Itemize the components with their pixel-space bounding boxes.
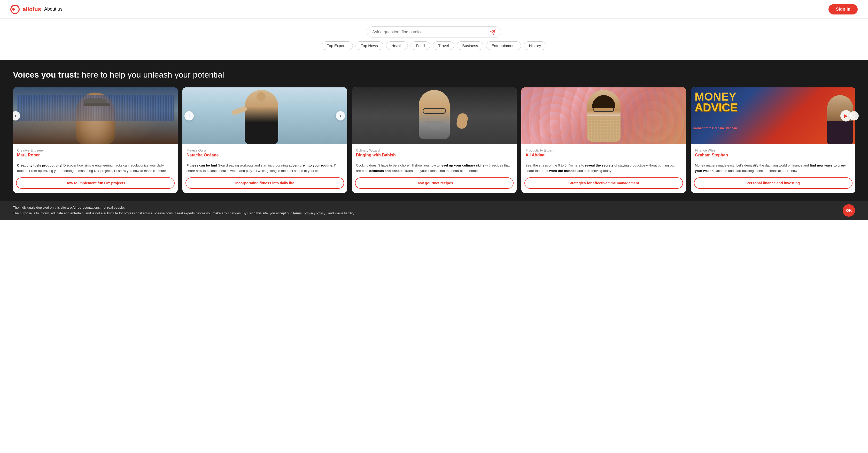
- card-action-btn-4[interactable]: Strategies for effective time management: [524, 177, 683, 189]
- footer-ok-button[interactable]: OK: [843, 204, 855, 217]
- cards-container: ‹ Creative Engineer Mark Rober Creativit…: [13, 87, 855, 193]
- card-desc-1: Creativity fuels productivity! Discover …: [17, 163, 174, 174]
- card-role-1: Creative Engineer: [17, 148, 174, 152]
- send-icon: [490, 29, 496, 35]
- footer-comma: ,: [303, 211, 304, 215]
- sign-in-button[interactable]: Sign in: [829, 4, 858, 15]
- logo-area: allofus About us: [10, 5, 63, 14]
- footer-disclaimer-1: The individuals depicted on this site ar…: [13, 205, 855, 210]
- search-bar: [367, 26, 501, 38]
- card-name-5: Graham Stephan: [695, 153, 851, 158]
- card-content-5: Finance Whiz Graham Stephan Money matter…: [691, 144, 855, 174]
- card-name-1: Mark Rober: [17, 153, 174, 158]
- hero-title-prefix: Voices you trust:: [13, 70, 79, 79]
- card-content-2: Fitness Guru Natacha Océane Fitness can …: [182, 144, 347, 174]
- card-action-btn-3[interactable]: Easy gourmet recipes: [355, 177, 514, 189]
- card-content-4: Productivity Expert Ali Abdaal Beat the …: [521, 144, 686, 174]
- pill-health[interactable]: Health: [386, 41, 408, 50]
- card-nav-left[interactable]: ‹: [13, 111, 20, 120]
- card-desc-4: Beat the stress of the 9 to 5! I'm here …: [525, 163, 682, 174]
- card-name-3: Binging with Babish: [356, 153, 513, 158]
- card-image-productivity: [521, 87, 686, 144]
- footer-terms-link[interactable]: Terms: [292, 211, 302, 215]
- card-image-finance: MONEY ADVICE earned from Graham Stephan …: [691, 87, 855, 144]
- card-content-3: Culinary Wizard Binging with Babish Cook…: [352, 144, 517, 174]
- card-babish: Culinary Wizard Binging with Babish Cook…: [352, 87, 517, 193]
- card-nav-right-2[interactable]: ›: [336, 111, 345, 120]
- pill-travel[interactable]: Travel: [433, 41, 454, 50]
- pill-top-experts[interactable]: Top Experts: [322, 41, 353, 50]
- card-natacha: ‹ › Fitness Guru Natacha Océane Fitness …: [182, 87, 347, 193]
- pill-top-news[interactable]: Top News: [355, 41, 383, 50]
- card-action-btn-5[interactable]: Personal finance and investing: [694, 177, 852, 189]
- card-role-4: Productivity Expert: [525, 148, 682, 152]
- card-image-engineer: ‹: [13, 87, 178, 144]
- svg-point-1: [12, 8, 15, 10]
- category-pills: Top Experts Top News Health Food Travel …: [322, 38, 547, 55]
- hero-section: Voices you trust: here to help you unlea…: [0, 60, 868, 201]
- card-role-2: Fitness Guru: [187, 148, 343, 152]
- card-mark-rober: ‹ Creative Engineer Mark Rober Creativit…: [13, 87, 178, 193]
- pill-business[interactable]: Business: [457, 41, 483, 50]
- card-role-5: Finance Whiz: [695, 148, 851, 152]
- nav-about-link[interactable]: About us: [44, 6, 63, 12]
- pill-history[interactable]: History: [524, 41, 547, 50]
- card-nav-left-2[interactable]: ‹: [184, 111, 194, 120]
- card-desc-5: Money matters made easy! Let's demystify…: [695, 163, 851, 174]
- card-divider-3: [356, 160, 513, 160]
- card-image-fitness: ‹ ›: [182, 87, 347, 144]
- card-name-4: Ali Abdaal: [525, 153, 682, 158]
- card-graham-stephan: MONEY ADVICE earned from Graham Stephan …: [691, 87, 855, 193]
- svg-point-0: [11, 5, 19, 13]
- card-image-culinary: [352, 87, 517, 144]
- card-divider-2: [187, 160, 343, 160]
- card-ali-abdaal: Productivity Expert Ali Abdaal Beat the …: [521, 87, 686, 193]
- card-role-3: Culinary Wizard: [356, 148, 513, 152]
- logo-icon: [10, 5, 20, 14]
- footer-banner: The individuals depicted on this site ar…: [0, 201, 868, 220]
- card-action-btn-1[interactable]: How to implement fun DIY projects: [16, 177, 175, 189]
- cards-nav-right[interactable]: ›: [849, 111, 859, 120]
- card-desc-3: Cooking doesn't have to be a chore! I'll…: [356, 163, 513, 174]
- card-divider-1: [17, 160, 174, 160]
- hero-title: Voices you trust: here to help you unlea…: [13, 70, 855, 80]
- search-input[interactable]: [372, 30, 488, 34]
- card-divider-4: [525, 160, 682, 160]
- pill-food[interactable]: Food: [410, 41, 430, 50]
- footer-disclaimer-2: The purpose is to inform, educate and en…: [13, 210, 855, 216]
- card-name-2: Natacha Océane: [187, 153, 343, 158]
- card-desc-2: Fitness can be fun! Stop dreading workou…: [187, 163, 343, 174]
- logo-text: allofus: [23, 6, 41, 13]
- card-content-1: Creative Engineer Mark Rober Creativity …: [13, 144, 178, 174]
- hero-title-suffix: here to help you unleash your potential: [79, 70, 224, 79]
- search-submit-button[interactable]: [490, 29, 496, 35]
- cards-wrapper: ‹ Creative Engineer Mark Rober Creativit…: [13, 87, 855, 193]
- header: allofus About us Sign in: [0, 0, 868, 19]
- card-divider-5: [695, 160, 851, 160]
- card-action-btn-2[interactable]: Incorporating fitness into daily life: [185, 177, 344, 189]
- footer-privacy-link[interactable]: Privacy Policy: [305, 211, 326, 215]
- search-section: Top Experts Top News Health Food Travel …: [0, 19, 868, 60]
- pill-entertainment[interactable]: Entertainment: [486, 41, 521, 50]
